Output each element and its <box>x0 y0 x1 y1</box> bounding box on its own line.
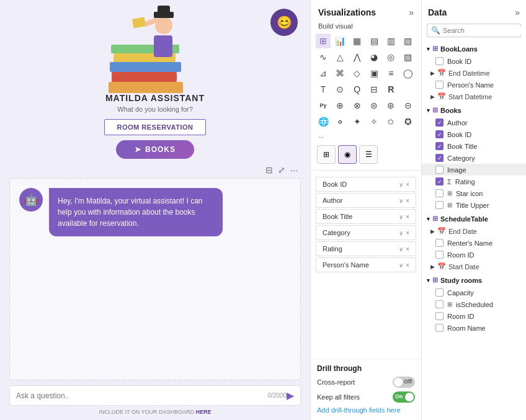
field-book-title[interactable]: Book Title ∨ × <box>316 209 416 224</box>
books-header[interactable]: ▾ ⊞ Books <box>422 104 526 117</box>
viz-kpi-icon[interactable]: ◇ <box>350 66 365 81</box>
field-close-icon[interactable]: × <box>406 181 409 188</box>
room-reservation-button[interactable]: ROOM RESERVATION <box>104 119 207 135</box>
field-close-icon[interactable]: × <box>406 262 409 269</box>
data-expand-icon[interactable]: » <box>515 7 520 17</box>
viz-py-icon[interactable]: Py <box>316 98 331 113</box>
viz-narrative-icon[interactable]: ⊜ <box>367 98 381 113</box>
viz-shape-icon[interactable]: ◯ <box>401 66 416 81</box>
viz-thumb-grid[interactable]: ⊞ <box>317 145 336 164</box>
checkbox-booktitle[interactable]: ✓ <box>435 142 444 150</box>
viz-qna-icon[interactable]: Q <box>350 82 365 97</box>
field-chevron-icon[interactable]: ∨ <box>399 262 403 269</box>
tree-expand-startdatetime[interactable]: ▶ 📅 Start Datetime <box>422 91 526 102</box>
viz-more[interactable]: ... <box>311 129 421 141</box>
calendar-icon: 📅 <box>437 69 446 77</box>
checkbox-category[interactable]: ✓ <box>435 154 444 162</box>
viz-web-icon[interactable]: 🌐 <box>316 114 331 129</box>
filter-icon[interactable]: ⊟ <box>265 165 273 175</box>
viz-slicer-icon[interactable]: ≡ <box>383 66 398 81</box>
viz-scatter-icon[interactable]: △ <box>332 50 347 65</box>
viz-arc-icon[interactable]: ✦ <box>350 114 365 129</box>
search-input[interactable] <box>443 27 526 34</box>
checkbox-personsname[interactable] <box>435 81 444 89</box>
checkbox-study-roomid[interactable] <box>435 312 444 320</box>
viz-custom3-icon[interactable]: ✪ <box>401 114 416 129</box>
viz-donut-icon[interactable]: ◎ <box>383 50 398 65</box>
viz-thumb-selected[interactable]: ◉ <box>338 145 357 164</box>
field-book-id[interactable]: Book ID ∨ × <box>316 177 416 192</box>
checkbox-title-upper[interactable] <box>435 201 444 209</box>
send-button[interactable]: ▶ <box>287 390 294 401</box>
checkbox-star-icon[interactable] <box>435 189 444 197</box>
viz-column-icon[interactable]: ▦ <box>350 34 365 48</box>
books-button[interactable]: ➤ BOOKS <box>116 140 194 159</box>
tree-item-schedule-roomid: Room ID <box>422 249 526 261</box>
checkbox-image[interactable] <box>435 166 444 174</box>
bookloans-header[interactable]: ▾ ⊞ BookLoans <box>422 42 526 55</box>
checkbox-bookid[interactable] <box>435 57 444 65</box>
viz-pie-icon[interactable]: ◕ <box>367 50 381 65</box>
viz-geo-icon[interactable]: ⋄ <box>332 114 347 129</box>
viz-waterfall-icon[interactable]: ▨ <box>401 50 416 65</box>
checkbox-isscheduled[interactable] <box>435 300 444 308</box>
tree-expand-enddatetime[interactable]: ▶ 📅 End Datetime <box>422 67 526 79</box>
viz-area-icon[interactable]: ▤ <box>367 34 381 48</box>
dashboard-link[interactable]: HERE <box>196 409 212 415</box>
viz-map-icon[interactable]: ⋀ <box>350 50 365 65</box>
viz-line2-icon[interactable]: ∿ <box>316 50 331 65</box>
cross-report-toggle[interactable]: Off <box>393 377 415 388</box>
tree-expand-enddate[interactable]: ▶ 📅 End Date <box>422 225 526 237</box>
add-drill-link[interactable]: Add drill-through fields here <box>317 406 401 414</box>
field-close-icon[interactable]: × <box>406 230 409 236</box>
ask-input[interactable] <box>16 391 267 400</box>
field-persons-name[interactable]: Person's Name ∨ × <box>316 257 416 272</box>
tree-item-author: ✓ Author <box>422 117 526 128</box>
checkbox-roomname[interactable] <box>435 324 444 332</box>
viz-paginated-icon[interactable]: ⊝ <box>401 98 416 113</box>
viz-blank-icon[interactable] <box>401 82 416 97</box>
viz-anomaly-icon[interactable]: ⊛ <box>383 98 398 113</box>
viz-smart-icon[interactable]: ⊙ <box>332 82 347 97</box>
viz-line-icon[interactable]: ▥ <box>383 34 398 48</box>
checkbox-books-bookid[interactable]: ✓ <box>435 130 444 138</box>
checkbox-renters-name[interactable] <box>435 239 444 247</box>
keep-filters-toggle[interactable]: On <box>393 391 415 403</box>
viz-gauge-icon[interactable]: ⌘ <box>332 66 347 81</box>
field-chevron-icon[interactable]: ∨ <box>399 181 403 188</box>
field-close-icon[interactable]: × <box>406 246 409 252</box>
field-close-icon[interactable]: × <box>406 197 409 204</box>
scheduletable-header[interactable]: ▾ ⊞ ScheduleTable <box>422 212 526 225</box>
checkbox-author[interactable]: ✓ <box>435 118 444 127</box>
viz-funnel-icon[interactable]: ⊿ <box>316 66 331 81</box>
field-category[interactable]: Category ∨ × <box>316 225 416 240</box>
field-rating[interactable]: Rating ∨ × <box>316 241 416 256</box>
field-close-icon[interactable]: × <box>406 213 409 220</box>
field-chevron-icon[interactable]: ∨ <box>399 246 403 252</box>
viz-bar-icon[interactable]: 📊 <box>332 34 347 48</box>
expand-icon[interactable]: ⤢ <box>278 165 285 175</box>
more-icon[interactable]: ··· <box>290 165 298 175</box>
viz-r-icon[interactable]: R <box>383 82 398 97</box>
viz-custom2-icon[interactable]: ✩ <box>383 114 398 129</box>
studyrooms-header[interactable]: ▾ ⊞ Study rooms <box>422 274 526 287</box>
viz-expand-icon[interactable]: » <box>409 7 414 17</box>
viz-custom1-icon[interactable]: ✧ <box>367 114 381 129</box>
field-chevron-icon[interactable]: ∨ <box>399 197 403 204</box>
checkbox-capacity[interactable] <box>435 288 444 297</box>
assistant-header: 😊 <box>0 0 310 165</box>
field-chevron-icon[interactable]: ∨ <box>399 230 403 236</box>
field-chevron-icon[interactable]: ∨ <box>399 213 403 220</box>
viz-combo-icon[interactable]: ▧ <box>401 34 416 48</box>
viz-decomp-icon[interactable]: ⊗ <box>350 98 365 113</box>
viz-matrix-icon[interactable]: ⊟ <box>367 82 381 97</box>
viz-thumb-other[interactable]: ☰ <box>359 145 378 164</box>
viz-text-icon[interactable]: T <box>316 82 331 97</box>
checkbox-rating[interactable]: ✓ <box>435 177 444 185</box>
checkbox-schedule-roomid[interactable] <box>435 251 444 259</box>
viz-card-icon[interactable]: ▣ <box>367 66 381 81</box>
field-author[interactable]: Author ∨ × <box>316 193 416 208</box>
viz-ai-icon[interactable]: ⊕ <box>332 98 347 113</box>
viz-table-icon[interactable]: ⊞ <box>316 34 331 48</box>
tree-expand-startdate[interactable]: ▶ 📅 Start Date <box>422 261 526 272</box>
